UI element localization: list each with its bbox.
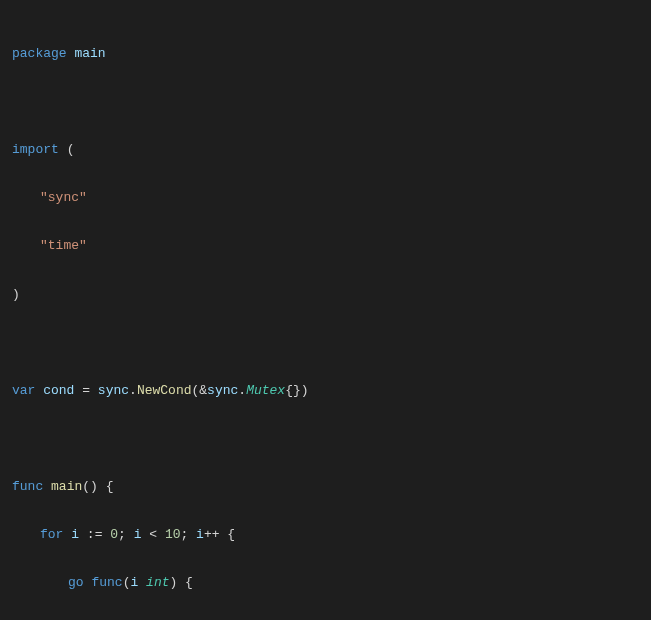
keyword-package: package — [12, 46, 67, 61]
code-line: package main — [12, 42, 639, 66]
number-literal: 10 — [165, 527, 181, 542]
keyword-var: var — [12, 383, 35, 398]
keyword-func: func — [91, 575, 122, 590]
code-line: ) — [12, 283, 639, 307]
keyword-for: for — [40, 527, 63, 542]
code-line: import ( — [12, 138, 639, 162]
keyword-import: import — [12, 142, 59, 157]
paren: ) — [12, 287, 20, 302]
function-call: NewCond — [137, 383, 192, 398]
import-string: "time" — [40, 238, 87, 253]
blank-line — [12, 90, 639, 114]
var-name: cond — [43, 383, 74, 398]
code-editor[interactable]: package main import ( "sync" "time" ) va… — [12, 18, 639, 620]
type-int: int — [146, 575, 169, 590]
blank-line — [12, 331, 639, 355]
number-literal: 0 — [110, 527, 118, 542]
code-line: go func(i int) { — [12, 571, 639, 595]
function-name: main — [51, 479, 82, 494]
type-name: Mutex — [246, 383, 285, 398]
import-string: "sync" — [40, 190, 87, 205]
code-line: "sync" — [12, 186, 639, 210]
keyword-go: go — [68, 575, 84, 590]
paren: ( — [67, 142, 75, 157]
code-line: "time" — [12, 234, 639, 258]
code-line: for i := 0; i < 10; i++ { — [12, 523, 639, 547]
code-line: func main() { — [12, 475, 639, 499]
package-name: main — [74, 46, 105, 61]
code-line: var cond = sync.NewCond(&sync.Mutex{}) — [12, 379, 639, 403]
keyword-func: func — [12, 479, 43, 494]
blank-line — [12, 427, 639, 451]
